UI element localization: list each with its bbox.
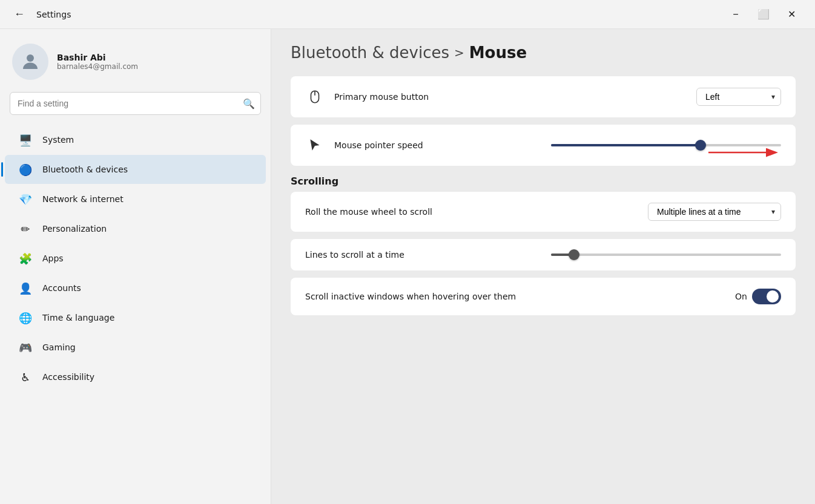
sidebar-item-time[interactable]: 🌐 Time & language [5, 303, 266, 332]
roll-mouse-wheel-label: Roll the mouse wheel to scroll [305, 207, 638, 217]
lines-to-scroll-label: Lines to scroll at a time [305, 250, 541, 260]
maximize-button[interactable]: ⬜ [750, 5, 777, 24]
sidebar-item-label: Time & language [42, 313, 114, 322]
system-icon: 🖥️ [17, 131, 34, 148]
mouse-icon [305, 87, 325, 106]
scroll-inactive-status: On [735, 292, 747, 301]
roll-mouse-wheel-card: Roll the mouse wheel to scroll Multiple … [291, 192, 796, 232]
window-controls: − ⬜ ✕ [722, 5, 805, 24]
app-title: Settings [36, 10, 71, 19]
scroll-type-dropdown[interactable]: Multiple lines at a time One screen at a… [648, 203, 781, 221]
mouse-pointer-speed-label: Mouse pointer speed [334, 140, 541, 150]
avatar [12, 44, 48, 80]
accessibility-icon: ♿ [17, 368, 34, 385]
scrolling-section-header: Scrolling [291, 175, 796, 187]
sidebar-item-system[interactable]: 🖥️ System [5, 125, 266, 154]
pointer-speed-slider-container [551, 144, 781, 146]
cursor-icon [305, 136, 325, 155]
sidebar-item-gaming[interactable]: 🎮 Gaming [5, 333, 266, 362]
user-avatar-icon [19, 51, 41, 73]
sidebar-item-label: Apps [42, 254, 64, 263]
search-box: 🔍 [10, 92, 261, 115]
primary-mouse-button-row: Primary mouse button Left Right ▾ [291, 76, 796, 117]
pointer-speed-slider-thumb[interactable] [695, 140, 706, 151]
scroll-inactive-card: Scroll inactive windows when hovering ov… [291, 278, 796, 315]
breadcrumb: Bluetooth & devices > Mouse [291, 44, 796, 62]
lines-scroll-slider-container [551, 254, 781, 256]
sidebar-item-label: Accounts [42, 283, 81, 293]
personalization-icon: ✏️ [17, 220, 34, 237]
roll-mouse-wheel-row: Roll the mouse wheel to scroll Multiple … [291, 192, 796, 232]
pointer-speed-slider-fill [551, 144, 701, 146]
roll-mouse-wheel-control: Multiple lines at a time One screen at a… [648, 203, 781, 221]
mouse-pointer-speed-card: Mouse pointer speed [291, 125, 796, 166]
back-button[interactable]: ← [10, 5, 29, 24]
sidebar: Bashir Abi barnales4@gmail.com 🔍 🖥️ Syst… [0, 29, 271, 504]
accounts-icon: 👤 [17, 280, 34, 296]
search-icon: 🔍 [243, 98, 255, 110]
user-section: Bashir Abi barnales4@gmail.com [0, 39, 271, 92]
main-content: Bluetooth & devices > Mouse Primary mous… [271, 29, 815, 504]
scroll-inactive-row: Scroll inactive windows when hovering ov… [291, 278, 796, 315]
scroll-inactive-toggle[interactable] [752, 289, 781, 304]
network-icon: 💎 [17, 191, 34, 208]
breadcrumb-separator: > [454, 45, 464, 60]
lines-scroll-slider-track [551, 254, 781, 256]
lines-to-scroll-card: Lines to scroll at a time [291, 239, 796, 270]
minimize-button[interactable]: − [722, 5, 750, 24]
time-icon: 🌐 [17, 309, 34, 326]
sidebar-item-network[interactable]: 💎 Network & internet [5, 185, 266, 214]
title-bar-left: ← Settings [10, 5, 71, 24]
sidebar-item-label: Bluetooth & devices [42, 165, 128, 174]
sidebar-item-personalization[interactable]: ✏️ Personalization [5, 214, 266, 243]
sidebar-item-label: Personalization [42, 224, 107, 234]
sidebar-item-apps[interactable]: 🧩 Apps [5, 244, 266, 273]
red-arrow-annotation [708, 145, 781, 160]
search-input[interactable] [10, 92, 261, 115]
lines-to-scroll-row: Lines to scroll at a time [291, 239, 796, 270]
breadcrumb-current: Mouse [469, 44, 527, 62]
mouse-pointer-speed-control [551, 144, 781, 146]
primary-mouse-button-card: Primary mouse button Left Right ▾ [291, 76, 796, 117]
toggle-knob [767, 290, 779, 303]
sidebar-item-label: Gaming [42, 342, 76, 352]
lines-scroll-slider-thumb[interactable] [569, 249, 579, 260]
sidebar-item-accounts[interactable]: 👤 Accounts [5, 273, 266, 303]
mouse-pointer-speed-row: Mouse pointer speed [291, 125, 796, 166]
scroll-inactive-control: On [735, 289, 781, 304]
scroll-type-dropdown-wrapper: Multiple lines at a time One screen at a… [648, 203, 781, 221]
apps-icon: 🧩 [17, 250, 34, 267]
app-body: Bashir Abi barnales4@gmail.com 🔍 🖥️ Syst… [0, 29, 815, 504]
primary-button-dropdown-wrapper: Left Right ▾ [696, 88, 781, 106]
user-name: Bashir Abi [57, 53, 138, 62]
nav-list: 🖥️ System 🔵 Bluetooth & devices 💎 Networ… [0, 125, 271, 392]
primary-mouse-button-control: Left Right ▾ [696, 88, 781, 106]
lines-to-scroll-control [551, 254, 781, 256]
user-email: barnales4@gmail.com [57, 62, 138, 71]
user-info: Bashir Abi barnales4@gmail.com [57, 53, 138, 71]
scroll-inactive-label: Scroll inactive windows when hovering ov… [305, 292, 725, 301]
svg-point-0 [27, 54, 34, 62]
sidebar-item-label: Accessibility [42, 372, 94, 382]
sidebar-item-label: System [42, 135, 74, 145]
close-button[interactable]: ✕ [777, 5, 805, 24]
primary-mouse-button-label: Primary mouse button [334, 92, 687, 102]
primary-button-dropdown[interactable]: Left Right [696, 88, 781, 106]
sidebar-item-bluetooth[interactable]: 🔵 Bluetooth & devices [5, 155, 266, 184]
sidebar-item-label: Network & internet [42, 194, 124, 204]
title-bar: ← Settings − ⬜ ✕ [0, 0, 815, 29]
gaming-icon: 🎮 [17, 339, 34, 356]
bluetooth-icon: 🔵 [17, 161, 34, 178]
breadcrumb-parent: Bluetooth & devices [291, 44, 449, 62]
sidebar-item-accessibility[interactable]: ♿ Accessibility [5, 362, 266, 391]
